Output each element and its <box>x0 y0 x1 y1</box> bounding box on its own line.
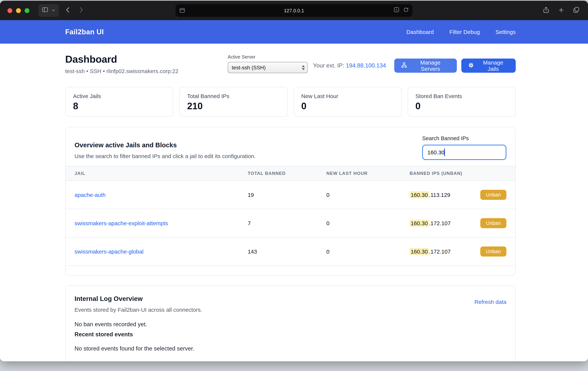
minimize-window-button[interactable] <box>16 8 21 13</box>
page-subtitle: test-ssh • SSH • rlinfp02.swissmakers.co… <box>65 68 228 74</box>
unban-button[interactable]: Unban <box>480 246 506 257</box>
stat-card-new-last-hour: New Last Hour 0 <box>294 87 402 117</box>
back-icon <box>64 6 72 15</box>
refresh-data-link[interactable]: Refresh data <box>474 299 506 305</box>
col-header-jail: JAIL <box>66 166 239 181</box>
active-server-value: test-ssh (SSH) <box>232 65 266 70</box>
sitemap-icon <box>401 62 407 69</box>
ip-match-highlight: 160.30 <box>410 220 429 227</box>
ip-match-highlight: 160.30 <box>410 248 429 255</box>
active-server-select[interactable]: test-ssh (SSH) <box>228 62 308 73</box>
search-banned-ips-label: Search Banned IPs <box>422 135 506 141</box>
plus-icon <box>558 7 565 14</box>
unban-button[interactable]: Unban <box>480 190 506 200</box>
page-title: Dashboard <box>65 54 228 65</box>
gear-icon <box>468 62 474 69</box>
brand-link[interactable]: Fail2ban UI <box>65 28 104 36</box>
ip-rest: .113.129 <box>429 192 450 198</box>
address-bar[interactable]: 127.0.0.1 A <box>176 4 412 17</box>
banned-ip: 160.30.172.107 <box>410 248 451 255</box>
col-header-new-last-hour: NEW LAST HOUR <box>317 166 401 181</box>
ip-match-highlight: 160.30 <box>410 191 429 198</box>
share-button[interactable] <box>543 6 550 14</box>
jail-link[interactable]: apache-auth <box>74 192 106 198</box>
text-cursor <box>444 148 445 156</box>
forward-button[interactable] <box>77 6 85 15</box>
new-last-hour-value: 0 <box>317 181 401 209</box>
sidebar-icon <box>42 6 48 14</box>
stat-label: Active Jails <box>73 93 166 99</box>
table-header-row: JAIL TOTAL BANNED NEW LAST HOUR BANNED I… <box>66 166 515 181</box>
table-row: swissmakers-apache-global 143 0 160.30.1… <box>66 237 515 266</box>
stat-label: New Last Hour <box>301 93 394 99</box>
url-text: 127.0.0.1 <box>176 8 412 13</box>
sidebar-toggle[interactable] <box>38 4 59 17</box>
total-banned-value: 7 <box>239 209 317 237</box>
total-banned-value: 19 <box>239 181 317 209</box>
tabs-overview-icon <box>573 6 580 14</box>
ip-rest: .172.107 <box>429 220 451 226</box>
stat-label: Total Banned IPs <box>187 93 280 99</box>
stat-value: 0 <box>301 101 394 111</box>
no-ban-events-text: No ban events recorded yet. <box>74 321 506 328</box>
recent-stored-events-title: Recent stored events <box>74 331 506 338</box>
manage-jails-label: Manage Jails <box>477 59 509 72</box>
stat-card-stored-ban-events: Stored Ban Events 0 <box>408 87 516 117</box>
manage-servers-button[interactable]: Manage Servers <box>394 59 457 73</box>
stat-value: 8 <box>73 101 166 111</box>
total-banned-value: 143 <box>239 237 317 266</box>
back-button[interactable] <box>64 6 72 15</box>
ip-rest: .172.107 <box>429 248 451 255</box>
svg-text:A: A <box>396 8 397 11</box>
app-navbar: Fail2ban UI Dashboard Filter Debug Setti… <box>0 20 588 44</box>
stat-label: Stored Ban Events <box>415 93 508 99</box>
new-tab-button[interactable] <box>558 7 565 14</box>
nav-item-settings[interactable]: Settings <box>496 29 516 35</box>
reload-icon[interactable] <box>403 7 409 14</box>
traffic-lights <box>8 8 30 13</box>
manage-jails-button[interactable]: Manage Jails <box>461 59 516 73</box>
stat-value: 0 <box>415 101 508 111</box>
jails-table: JAIL TOTAL BANNED NEW LAST HOUR BANNED I… <box>66 166 515 266</box>
jails-overview-card: Overview active Jails and Blocks Use the… <box>65 127 516 276</box>
ext-ip-value[interactable]: 194.88.100.134 <box>346 62 386 69</box>
manage-servers-label: Manage Servers <box>411 59 450 72</box>
table-row: swissmakers-apache-exploit-attempts 7 0 … <box>66 209 515 237</box>
col-header-total-banned: TOTAL BANNED <box>239 166 317 181</box>
jail-link[interactable]: swissmakers-apache-exploit-attempts <box>74 220 168 226</box>
nav-item-dashboard[interactable]: Dashboard <box>406 29 434 35</box>
ext-ip-label: Your ext. IP: <box>313 62 344 69</box>
new-last-hour-value: 0 <box>317 209 401 237</box>
chevron-down-icon <box>52 7 55 14</box>
table-row: apache-auth 19 0 160.30.113.129 Unban <box>66 181 515 209</box>
nav-item-filter-debug[interactable]: Filter Debug <box>449 29 480 35</box>
active-server-label: Active Server <box>228 55 308 60</box>
no-stored-events-text: No stored events found for the selected … <box>74 345 506 352</box>
translate-icon[interactable]: A <box>393 7 399 14</box>
close-window-button[interactable] <box>8 8 12 13</box>
select-arrows-icon <box>302 65 305 70</box>
browser-titlebar: 127.0.0.1 A <box>0 1 588 20</box>
stat-card-total-banned: Total Banned IPs 210 <box>179 87 288 117</box>
banned-ip: 160.30.172.107 <box>410 220 451 226</box>
banned-ip: 160.30.113.129 <box>410 192 450 198</box>
browser-window: 127.0.0.1 A <box>0 1 588 361</box>
zoom-window-button[interactable] <box>25 8 30 13</box>
stat-value: 210 <box>187 101 280 111</box>
share-icon <box>543 6 550 14</box>
log-title: Internal Log Overview <box>74 295 202 303</box>
jail-link[interactable]: swissmakers-apache-global <box>74 248 144 255</box>
unban-button[interactable]: Unban <box>480 218 506 228</box>
new-last-hour-value: 0 <box>317 237 401 266</box>
search-banned-ips-input[interactable] <box>422 145 506 160</box>
internal-log-card: Internal Log Overview Events stored by F… <box>65 286 516 361</box>
col-header-banned-ips: BANNED IPS (UNBAN) <box>400 166 515 181</box>
stat-card-active-jails: Active Jails 8 <box>65 87 173 117</box>
tab-overview-button[interactable] <box>573 6 580 14</box>
page-content: Dashboard test-ssh • SSH • rlinfp02.swis… <box>0 44 588 361</box>
forward-icon <box>77 6 85 15</box>
log-subtitle: Events stored by Fail2ban-UI across all … <box>74 306 202 313</box>
